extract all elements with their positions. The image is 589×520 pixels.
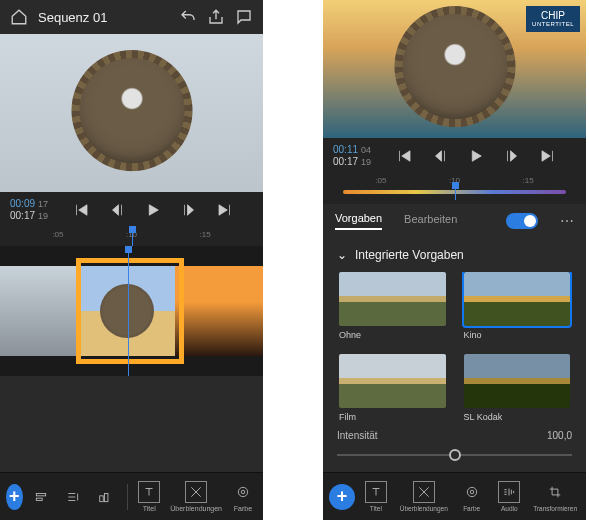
share-icon[interactable]	[207, 8, 225, 26]
tool-button[interactable]	[59, 486, 87, 508]
ruler-tick: :15	[200, 230, 211, 239]
add-button[interactable]: +	[329, 484, 355, 510]
skip-end-icon[interactable]	[216, 201, 234, 219]
svg-rect-1	[36, 498, 42, 500]
svg-point-6	[467, 487, 476, 496]
preset-ohne[interactable]: Ohne	[339, 272, 446, 340]
svg-point-5	[241, 490, 245, 494]
more-icon[interactable]: ⋯	[560, 213, 574, 229]
undo-icon[interactable]	[179, 8, 197, 26]
svg-rect-2	[99, 495, 103, 501]
ruler-tick: :05	[375, 176, 386, 185]
play-icon[interactable]	[467, 147, 485, 165]
intensity-slider[interactable]	[337, 447, 572, 463]
right-screenshot: CHIPUNTERTITEL 00:1104 00:1719 :05 :10 :…	[323, 0, 586, 520]
add-button[interactable]: +	[6, 484, 23, 510]
svg-rect-0	[36, 493, 45, 495]
intensity-control: Intensität 100,0	[323, 422, 586, 467]
transformieren-button[interactable]: Transformieren	[530, 481, 580, 512]
bottom-toolbar: + Titel Überblendungen Farbe	[0, 472, 263, 520]
play-icon[interactable]	[144, 201, 162, 219]
divider	[127, 484, 128, 510]
titel-button[interactable]: Titel	[135, 481, 163, 512]
total-time: 00:17	[10, 210, 35, 221]
preset-grid: Ohne Kino Film SL Kodak	[323, 272, 586, 422]
tool-button[interactable]	[91, 486, 119, 508]
bottom-toolbar: + Titel Überblendungen Farbe Audio Trans…	[323, 472, 586, 520]
uberblendungen-button[interactable]: Überblendungen	[397, 481, 451, 512]
svg-point-4	[238, 487, 247, 496]
chevron-down-icon: ⌄	[337, 248, 347, 262]
slider-knob[interactable]	[449, 449, 461, 461]
step-back-icon[interactable]	[108, 201, 126, 219]
home-icon[interactable]	[10, 8, 28, 26]
preset-thumb	[464, 272, 571, 326]
header: Sequenz 01	[0, 0, 263, 34]
transport-bar: 00:1104 00:1719	[323, 138, 586, 174]
uberblendungen-button[interactable]: Überblendungen	[167, 481, 225, 512]
playhead[interactable]	[455, 186, 456, 200]
timeline-playhead[interactable]	[128, 246, 129, 376]
tab-vorgaben[interactable]: Vorgaben	[335, 212, 382, 230]
skip-start-icon[interactable]	[72, 201, 90, 219]
clip[interactable]	[0, 266, 78, 356]
section-title: Integrierte Vorgaben	[355, 248, 464, 262]
sequence-title: Sequenz 01	[38, 10, 169, 25]
preset-kino[interactable]: Kino	[464, 272, 571, 340]
svg-point-7	[470, 490, 474, 494]
intensity-label: Intensität	[337, 430, 378, 441]
preset-film[interactable]: Film	[339, 354, 446, 422]
ruler-tick: :15	[523, 176, 534, 185]
skip-end-icon[interactable]	[539, 147, 557, 165]
playhead[interactable]	[132, 228, 133, 246]
preset-thumb	[464, 354, 571, 408]
video-preview[interactable]: CHIPUNTERTITEL	[323, 0, 586, 138]
preset-thumb	[339, 354, 446, 408]
tabs: Vorgaben Bearbeiten ⋯	[323, 204, 586, 238]
time-ruler[interactable]: :05 :10 :15	[323, 174, 586, 204]
farbe-button[interactable]: Farbe	[455, 481, 489, 512]
effect-toggle[interactable]	[506, 213, 538, 229]
playback-controls	[375, 147, 576, 165]
preview-image	[395, 7, 515, 127]
farbe-button[interactable]: Farbe	[229, 481, 257, 512]
svg-rect-3	[104, 493, 108, 501]
step-back-icon[interactable]	[431, 147, 449, 165]
chip-badge: CHIPUNTERTITEL	[526, 6, 580, 32]
current-time: 00:11	[333, 144, 358, 155]
intensity-value: 100,0	[547, 430, 572, 441]
ruler-tick: :05	[52, 230, 63, 239]
section-header[interactable]: ⌄ Integrierte Vorgaben	[323, 238, 586, 272]
playback-controls	[52, 201, 253, 219]
preset-kodak[interactable]: SL Kodak	[464, 354, 571, 422]
clip[interactable]	[175, 266, 263, 356]
video-preview[interactable]	[0, 34, 263, 192]
left-screenshot: Sequenz 01 00:0917 00:1719 :05 :10 :15	[0, 0, 263, 520]
titel-button[interactable]: Titel	[359, 481, 393, 512]
clip-track	[0, 266, 263, 356]
timecode: 00:1104 00:1719	[333, 144, 371, 168]
timecode: 00:0917 00:1719	[10, 198, 48, 222]
skip-start-icon[interactable]	[395, 147, 413, 165]
clip[interactable]	[78, 266, 175, 356]
preview-image	[72, 51, 192, 171]
step-forward-icon[interactable]	[180, 201, 198, 219]
tab-bearbeiten[interactable]: Bearbeiten	[404, 213, 457, 229]
time-ruler[interactable]: :05 :10 :15	[0, 228, 263, 246]
transport-bar: 00:0917 00:1719	[0, 192, 263, 228]
preset-thumb	[339, 272, 446, 326]
timeline[interactable]	[0, 246, 263, 376]
step-forward-icon[interactable]	[503, 147, 521, 165]
total-time: 00:17	[333, 156, 358, 167]
comment-icon[interactable]	[235, 8, 253, 26]
tool-button[interactable]	[27, 486, 55, 508]
audio-button[interactable]: Audio	[492, 481, 526, 512]
current-time: 00:09	[10, 198, 35, 209]
